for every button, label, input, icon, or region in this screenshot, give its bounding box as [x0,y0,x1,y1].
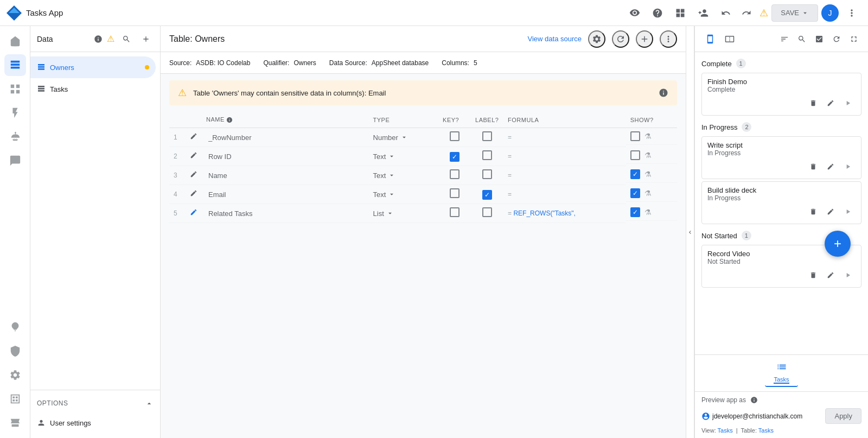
type-cell[interactable]: Text [369,147,439,166]
edit-icon[interactable] [190,133,197,142]
add-column-button[interactable] [636,30,653,48]
key-cell[interactable]: ✓ [438,147,471,166]
key-cell[interactable] [438,166,471,185]
checkbox-icon[interactable] [812,31,827,47]
key-cell[interactable] [438,204,471,223]
expand-preview-button[interactable] [846,31,861,47]
sidebar-icon-home[interactable] [4,30,26,52]
refresh-button[interactable] [612,30,629,48]
label-checkbox[interactable] [482,131,492,141]
type-cell[interactable]: List [369,204,439,223]
flask-icon[interactable]: ⚗ [644,151,652,160]
preview-search-button[interactable] [794,31,809,47]
edit-icon[interactable] [190,171,197,180]
tablet-view-toggle[interactable] [721,30,738,48]
show-cell[interactable]: ✓ ⚗ [626,185,677,202]
flask-icon[interactable]: ⚗ [644,132,652,141]
view-source-link[interactable]: View data source [528,35,582,43]
edit-icon[interactable] [190,152,197,161]
edit-cell[interactable] [186,204,202,223]
filter-icon[interactable] [777,31,792,47]
sidebar-icon-store[interactable] [4,412,26,434]
flask-icon[interactable]: ⚗ [644,208,652,217]
preview-icon[interactable] [625,3,644,23]
key-checkbox[interactable]: ✓ [450,152,459,162]
table-link[interactable]: Tasks [758,427,774,434]
key-checkbox[interactable] [450,188,459,198]
sidebar-icon-grid[interactable] [4,388,26,410]
type-cell[interactable]: Text [369,166,439,185]
key-checkbox[interactable] [450,169,459,179]
edit-task-icon[interactable] [823,159,838,174]
more-options-button[interactable] [660,30,677,48]
show-checkbox[interactable]: ✓ [630,169,640,179]
show-cell[interactable]: ✓ ⚗ [626,204,677,221]
name-input[interactable] [206,132,365,143]
key-cell[interactable] [438,185,471,204]
edit-cell[interactable] [186,166,202,185]
label-cell[interactable] [471,166,503,185]
type-cell[interactable]: Text [369,185,439,204]
warning-info-icon[interactable] [659,88,668,98]
edit-icon[interactable] [190,190,197,199]
more-menu-button[interactable] [842,3,861,23]
label-checkbox[interactable]: ✓ [482,190,492,200]
key-checkbox[interactable] [450,131,459,141]
data-add-button[interactable] [138,31,154,47]
edit-cell[interactable] [186,185,202,204]
sidebar-icon-bot[interactable] [4,126,26,148]
show-cell[interactable]: ⚗ [626,147,677,164]
settings-icon[interactable] [588,30,605,48]
name-cell[interactable] [202,204,369,223]
delete-task-icon[interactable] [806,96,821,111]
label-cell[interactable] [471,147,503,166]
type-cell[interactable]: Number [369,128,439,147]
apply-button[interactable]: Apply [825,408,861,424]
type-select[interactable]: Text [373,172,435,180]
flask-icon[interactable]: ⚗ [644,189,652,198]
show-checkbox[interactable] [630,131,640,141]
flask-icon[interactable]: ⚗ [644,170,652,179]
delete-task-icon[interactable] [806,268,821,283]
collapse-arrow[interactable] [686,26,694,438]
data-item-tasks[interactable]: Tasks [30,78,160,100]
sidebar-icon-security[interactable] [4,340,26,362]
navigate-task-icon[interactable] [840,268,856,283]
name-input[interactable] [206,170,365,181]
type-select[interactable]: Text [373,191,435,199]
show-checkbox[interactable] [630,150,640,160]
refresh-preview-button[interactable] [829,31,844,47]
show-checkbox[interactable]: ✓ [630,207,640,217]
type-select[interactable]: Text [373,153,435,161]
edit-cell[interactable] [186,147,202,166]
show-checkbox[interactable]: ✓ [630,188,640,198]
add-task-fab[interactable]: + [825,231,851,257]
label-cell[interactable] [471,204,503,223]
edit-task-icon[interactable] [823,204,838,219]
key-cell[interactable] [438,128,471,147]
sidebar-icon-settings[interactable] [4,364,26,386]
edit-cell[interactable] [186,128,202,147]
sidebar-icon-automation[interactable] [4,102,26,124]
mobile-view-toggle[interactable] [701,30,719,48]
user-settings-item[interactable]: User settings [37,412,154,434]
undo-button[interactable] [716,3,736,23]
edit-icon[interactable] [190,209,197,218]
navigate-task-icon[interactable] [840,96,856,111]
name-input[interactable] [206,151,365,162]
name-input[interactable] [206,208,365,219]
sidebar-icon-views[interactable] [4,78,26,100]
key-checkbox[interactable] [450,207,459,217]
help-icon[interactable] [648,3,667,23]
delete-task-icon[interactable] [806,204,821,219]
edit-task-icon[interactable] [823,268,838,283]
tasks-tab[interactable]: Tasks [765,359,797,387]
view-link[interactable]: Tasks [718,427,733,434]
name-cell[interactable] [202,147,369,166]
navigate-task-icon[interactable] [840,159,856,174]
save-button[interactable]: SAVE [771,4,818,22]
data-item-owners[interactable]: Owners [30,56,156,78]
label-cell[interactable]: ✓ [471,185,503,204]
name-cell[interactable] [202,166,369,185]
label-checkbox[interactable] [482,207,492,217]
